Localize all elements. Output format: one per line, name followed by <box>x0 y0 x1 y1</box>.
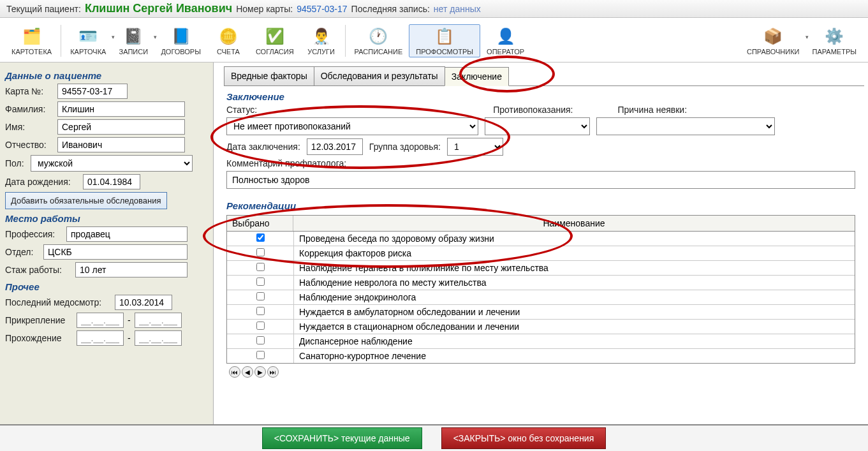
contra-label: Противопоказания: <box>493 105 573 115</box>
add-exams-button[interactable]: Добавить обязательные обследования <box>5 192 167 209</box>
table-row[interactable]: Наблюдение терапевта в поликлинике по ме… <box>227 261 855 276</box>
main: Данные о пациенте Карта №: Фамилия: Имя:… <box>0 63 868 424</box>
gear-icon: ⚙️ <box>824 26 844 47</box>
close-button[interactable]: <ЗАКРЫТЬ> окно без сохранения <box>441 427 607 449</box>
ribbon-kartoteka[interactable]: 🗂️КАРТОТЕКА <box>5 25 58 57</box>
comment-label: Комментарий профпатолога: <box>226 158 346 168</box>
other-section-title: Прочее <box>5 281 208 292</box>
last-record-label: Последняя запись: <box>351 4 430 14</box>
name-label: Имя: <box>5 122 54 132</box>
tab-exams[interactable]: Обследования и результаты <box>314 66 445 85</box>
ribbon-spravochniki[interactable]: 📦СПРАВОЧНИКИ▾ <box>740 25 806 57</box>
nav-first-icon[interactable]: ⏮ <box>229 366 240 378</box>
reco-checkbox[interactable] <box>256 248 265 256</box>
nav-prev-icon[interactable]: ◀ <box>242 366 253 378</box>
table-row[interactable]: Наблюдение невролога по месту жительства <box>227 276 855 290</box>
fam-label: Фамилия: <box>5 104 54 114</box>
contra-select[interactable] <box>485 117 590 135</box>
reco-name: Нуждается в стационарном обследовании и … <box>293 320 855 334</box>
card-no-value: 94557-03-17 <box>297 4 347 14</box>
top-bar: Текущий пациент: Клишин Сергей Иванович … <box>0 0 868 18</box>
sex-select[interactable]: мужской <box>31 155 193 172</box>
reco-header: Выбрано Наименование <box>227 216 855 232</box>
right-panel: Вредные факторы Обследования и результат… <box>214 63 868 424</box>
reco-body[interactable]: Проведена беседа по здоровому образу жиз… <box>227 232 855 363</box>
contract-icon: 📘 <box>171 26 191 47</box>
status-label: Статус: <box>226 105 257 115</box>
nav-last-icon[interactable]: ⏭ <box>267 366 279 378</box>
pass-label: Прохождение <box>5 333 73 343</box>
conclusion-title: Заключение <box>226 91 855 102</box>
attach-to-input[interactable] <box>135 313 182 328</box>
table-row[interactable]: Санаторно-курортное лечение <box>227 349 855 363</box>
card-icon: 🪪 <box>78 26 98 47</box>
box-icon: 📦 <box>763 26 783 47</box>
prof-label: Профессия: <box>5 229 63 239</box>
card-no-label: Номер карты: <box>236 4 293 14</box>
operator-icon: 👤 <box>496 26 516 47</box>
reco-name: Нуждается в амбулаторном обследовании и … <box>293 305 855 319</box>
save-button[interactable]: <СОХРАНИТЬ> текущие данные <box>262 427 422 449</box>
prof-input[interactable] <box>66 226 188 242</box>
table-row[interactable]: Наблюдение эндокринолога <box>227 290 855 305</box>
attach-from-input[interactable] <box>77 313 124 328</box>
ribbon-raspisanie[interactable]: 🕐РАСПИСАНИЕ <box>348 25 409 57</box>
clipboard-heart-icon: 📋 <box>434 26 455 47</box>
reco-name: Наблюдение эндокринолога <box>293 290 855 304</box>
tab-content: Заключение Статус: Противопоказания: При… <box>217 86 864 385</box>
reco-checkbox[interactable] <box>256 292 265 300</box>
stage-input[interactable] <box>75 262 188 277</box>
reco-checkbox[interactable] <box>256 263 265 271</box>
table-row[interactable]: Диспансерное наблюдение <box>227 334 855 349</box>
ribbon-soglasiya[interactable]: ✅СОГЛАСИЯ <box>249 25 300 57</box>
patr-input[interactable] <box>57 137 185 152</box>
ribbon-uslugi[interactable]: 👨‍⚕️УСЛУГИ <box>300 25 342 57</box>
tab-harmful[interactable]: Вредные факторы <box>224 66 314 85</box>
nav-next-icon[interactable]: ▶ <box>254 366 266 378</box>
absence-label: Причина неявки: <box>617 105 687 115</box>
dob-label: Дата рождения: <box>5 177 79 187</box>
last-exam-label: Последний медосмотр: <box>5 297 111 307</box>
dob-input[interactable] <box>83 174 140 189</box>
ribbon-profosmotry[interactable]: 📋ПРОФОСМОТРЫ <box>409 24 480 57</box>
table-row[interactable]: Коррекция факторов риска <box>227 246 855 261</box>
reco-checkbox[interactable] <box>256 351 265 359</box>
reco-checkbox[interactable] <box>256 336 265 344</box>
patient-name: Клишин Сергей Иванович <box>85 2 232 15</box>
last-exam-input[interactable] <box>115 295 172 310</box>
date-input[interactable] <box>307 138 363 155</box>
comment-text[interactable]: Полностью здоров <box>226 171 855 189</box>
pass-to-input[interactable] <box>135 330 182 346</box>
card-label: Карта №: <box>5 86 54 96</box>
reco-checkbox[interactable] <box>256 322 265 330</box>
reco-checkbox[interactable] <box>256 277 265 286</box>
ribbon-zapisi[interactable]: 📓ЗАПИСИ▾ <box>112 25 154 57</box>
card-input[interactable] <box>57 84 128 99</box>
clock-icon: 🕐 <box>368 26 388 47</box>
fam-input[interactable] <box>57 101 185 117</box>
ribbon-scheta[interactable]: 🪙СЧЕТА <box>207 25 249 57</box>
sex-label: Пол: <box>5 158 27 168</box>
ribbon-kartochka[interactable]: 🪪КАРТОЧКА▾ <box>64 25 112 57</box>
tab-conclusion[interactable]: Заключение <box>445 67 509 86</box>
ribbon-dogovory[interactable]: 📘ДОГОВОРЫ <box>154 25 207 57</box>
reco-checkbox[interactable] <box>256 233 265 242</box>
reco-name: Наблюдение терапевта в поликлинике по ме… <box>293 261 855 275</box>
status-select[interactable]: Не имеет противопоказаний <box>226 117 478 135</box>
reco-checkbox[interactable] <box>256 307 265 315</box>
ribbon-operator[interactable]: 👤ОПЕРАТОР <box>480 25 531 57</box>
table-row[interactable]: Проведена беседа по здоровому образу жиз… <box>227 232 855 246</box>
patr-label: Отчество: <box>5 140 54 150</box>
absence-select[interactable] <box>596 117 775 135</box>
table-row[interactable]: Нуждается в стационарном обследовании и … <box>227 320 855 334</box>
attach-label: Прикрепление <box>5 315 73 325</box>
group-select[interactable]: 1 <box>447 138 503 156</box>
left-panel: Данные о пациенте Карта №: Фамилия: Имя:… <box>0 63 214 424</box>
dept-input[interactable] <box>43 244 188 260</box>
table-row[interactable]: Нуждается в амбулаторном обследовании и … <box>227 305 855 320</box>
tab-row: Вредные факторы Обследования и результат… <box>224 66 864 86</box>
pass-from-input[interactable] <box>77 330 124 346</box>
patient-section-title: Данные о пациенте <box>5 70 208 81</box>
name-input[interactable] <box>57 119 185 135</box>
ribbon-parametry[interactable]: ⚙️ПАРАМЕТРЫ <box>806 25 863 57</box>
